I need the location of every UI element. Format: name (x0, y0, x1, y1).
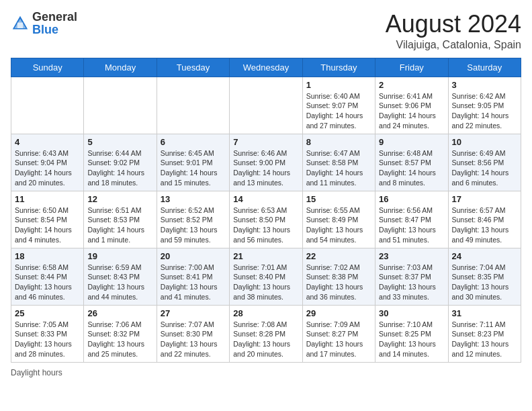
day-number: 11 (15, 194, 80, 204)
day-info: Sunrise: 7:07 AMSunset: 8:30 PMDaylight:… (161, 320, 226, 359)
day-number: 8 (306, 137, 371, 147)
day-info: Sunrise: 6:49 AMSunset: 8:56 PMDaylight:… (452, 148, 517, 188)
calendar-cell: 13Sunrise: 6:52 AMSunset: 8:52 PMDayligh… (157, 191, 229, 248)
logo-icon (11, 14, 30, 33)
day-number: 1 (306, 80, 371, 90)
logo-text: General Blue (32, 11, 77, 36)
day-number: 25 (15, 308, 80, 318)
day-number: 18 (15, 251, 80, 261)
day-info: Sunrise: 6:44 AMSunset: 9:02 PMDaylight:… (87, 148, 152, 188)
day-info: Sunrise: 6:57 AMSunset: 8:46 PMDaylight:… (452, 205, 517, 245)
calendar-cell: 4Sunrise: 6:43 AMSunset: 9:04 PMDaylight… (11, 134, 84, 191)
day-info: Sunrise: 6:58 AMSunset: 8:44 PMDaylight:… (15, 263, 80, 302)
calendar-cell: 15Sunrise: 6:55 AMSunset: 8:49 PMDayligh… (302, 191, 375, 248)
calendar-cell: 24Sunrise: 7:04 AMSunset: 8:35 PMDayligh… (448, 248, 521, 305)
day-info: Sunrise: 6:52 AMSunset: 8:52 PMDaylight:… (161, 205, 226, 245)
calendar-cell: 3Sunrise: 6:42 AMSunset: 9:05 PMDaylight… (448, 77, 521, 134)
location-subtitle: Vilajuiga, Catalonia, Spain (386, 39, 521, 51)
logo-general: General (32, 10, 77, 24)
day-info: Sunrise: 6:45 AMSunset: 9:01 PMDaylight:… (161, 148, 226, 188)
calendar-week-row: 11Sunrise: 6:50 AMSunset: 8:54 PMDayligh… (11, 191, 521, 248)
logo: General Blue (11, 11, 77, 36)
calendar-cell: 18Sunrise: 6:58 AMSunset: 8:44 PMDayligh… (11, 248, 84, 305)
calendar-cell: 20Sunrise: 7:00 AMSunset: 8:41 PMDayligh… (157, 248, 229, 305)
day-info: Sunrise: 7:10 AMSunset: 8:25 PMDaylight:… (379, 320, 444, 359)
day-number: 29 (306, 308, 371, 318)
day-info: Sunrise: 6:47 AMSunset: 8:58 PMDaylight:… (306, 148, 371, 188)
day-info: Sunrise: 7:05 AMSunset: 8:33 PMDaylight:… (15, 320, 80, 359)
calendar-cell: 9Sunrise: 6:48 AMSunset: 8:57 PMDaylight… (375, 134, 448, 191)
day-info: Sunrise: 6:41 AMSunset: 9:06 PMDaylight:… (379, 91, 444, 131)
day-number: 23 (379, 251, 444, 261)
day-number: 30 (379, 308, 444, 318)
calendar-cell: 23Sunrise: 7:03 AMSunset: 8:37 PMDayligh… (375, 248, 448, 305)
day-info: Sunrise: 6:46 AMSunset: 9:00 PMDaylight:… (233, 148, 298, 188)
day-info: Sunrise: 6:50 AMSunset: 8:54 PMDaylight:… (15, 205, 80, 245)
calendar-cell (84, 77, 157, 134)
day-number: 28 (233, 308, 298, 318)
calendar-cell: 16Sunrise: 6:56 AMSunset: 8:47 PMDayligh… (375, 191, 448, 248)
day-info: Sunrise: 7:03 AMSunset: 8:37 PMDaylight:… (379, 263, 444, 302)
calendar-cell (157, 77, 229, 134)
day-info: Sunrise: 7:04 AMSunset: 8:35 PMDaylight:… (452, 263, 517, 302)
day-info: Sunrise: 7:11 AMSunset: 8:23 PMDaylight:… (452, 320, 517, 359)
day-number: 26 (87, 308, 152, 318)
day-number: 22 (306, 251, 371, 261)
day-number: 21 (233, 251, 298, 261)
day-number: 19 (87, 251, 152, 261)
day-number: 5 (87, 137, 152, 147)
header-row: SundayMondayTuesdayWednesdayThursdayFrid… (11, 58, 521, 77)
calendar-cell: 10Sunrise: 6:49 AMSunset: 8:56 PMDayligh… (448, 134, 521, 191)
calendar-cell: 14Sunrise: 6:53 AMSunset: 8:50 PMDayligh… (230, 191, 302, 248)
calendar-cell: 19Sunrise: 6:59 AMSunset: 8:43 PMDayligh… (84, 248, 157, 305)
calendar-cell: 29Sunrise: 7:09 AMSunset: 8:27 PMDayligh… (302, 305, 375, 362)
day-number: 3 (452, 80, 517, 90)
calendar-cell (11, 77, 84, 134)
day-info: Sunrise: 6:55 AMSunset: 8:49 PMDaylight:… (306, 205, 371, 245)
header-day: Monday (84, 58, 157, 77)
calendar-week-row: 25Sunrise: 7:05 AMSunset: 8:33 PMDayligh… (11, 305, 521, 362)
calendar-week-row: 1Sunrise: 6:40 AMSunset: 9:07 PMDaylight… (11, 77, 521, 134)
day-info: Sunrise: 6:59 AMSunset: 8:43 PMDaylight:… (87, 263, 152, 302)
calendar-cell: 30Sunrise: 7:10 AMSunset: 8:25 PMDayligh… (375, 305, 448, 362)
day-number: 9 (379, 137, 444, 147)
calendar-cell: 17Sunrise: 6:57 AMSunset: 8:46 PMDayligh… (448, 191, 521, 248)
day-number: 13 (161, 194, 226, 204)
calendar-cell: 5Sunrise: 6:44 AMSunset: 9:02 PMDaylight… (84, 134, 157, 191)
calendar-cell: 12Sunrise: 6:51 AMSunset: 8:53 PMDayligh… (84, 191, 157, 248)
day-number: 6 (161, 137, 226, 147)
day-info: Sunrise: 7:06 AMSunset: 8:32 PMDaylight:… (87, 320, 152, 359)
calendar-cell: 31Sunrise: 7:11 AMSunset: 8:23 PMDayligh… (448, 305, 521, 362)
day-number: 7 (233, 137, 298, 147)
day-info: Sunrise: 6:40 AMSunset: 9:07 PMDaylight:… (306, 91, 371, 131)
day-number: 14 (233, 194, 298, 204)
day-info: Sunrise: 6:56 AMSunset: 8:47 PMDaylight:… (379, 205, 444, 245)
day-info: Sunrise: 7:00 AMSunset: 8:41 PMDaylight:… (161, 263, 226, 302)
calendar-week-row: 18Sunrise: 6:58 AMSunset: 8:44 PMDayligh… (11, 248, 521, 305)
calendar-cell: 6Sunrise: 6:45 AMSunset: 9:01 PMDaylight… (157, 134, 229, 191)
header-day: Wednesday (230, 58, 302, 77)
day-info: Sunrise: 7:08 AMSunset: 8:28 PMDaylight:… (233, 320, 298, 359)
day-number: 10 (452, 137, 517, 147)
header-day: Tuesday (157, 58, 229, 77)
day-info: Sunrise: 6:42 AMSunset: 9:05 PMDaylight:… (452, 91, 517, 131)
day-number: 20 (161, 251, 226, 261)
day-number: 2 (379, 80, 444, 90)
calendar-cell (230, 77, 302, 134)
calendar-cell: 22Sunrise: 7:02 AMSunset: 8:38 PMDayligh… (302, 248, 375, 305)
header-day: Sunday (11, 58, 84, 77)
calendar-cell: 1Sunrise: 6:40 AMSunset: 9:07 PMDaylight… (302, 77, 375, 134)
calendar-cell: 25Sunrise: 7:05 AMSunset: 8:33 PMDayligh… (11, 305, 84, 362)
calendar-cell: 7Sunrise: 6:46 AMSunset: 9:00 PMDaylight… (230, 134, 302, 191)
day-info: Sunrise: 7:02 AMSunset: 8:38 PMDaylight:… (306, 263, 371, 302)
calendar-cell: 21Sunrise: 7:01 AMSunset: 8:40 PMDayligh… (230, 248, 302, 305)
day-info: Sunrise: 7:09 AMSunset: 8:27 PMDaylight:… (306, 320, 371, 359)
day-number: 24 (452, 251, 517, 261)
day-number: 15 (306, 194, 371, 204)
day-number: 4 (15, 137, 80, 147)
calendar-cell: 2Sunrise: 6:41 AMSunset: 9:06 PMDaylight… (375, 77, 448, 134)
header-day: Thursday (302, 58, 375, 77)
footer-note: Daylight hours (11, 368, 521, 377)
calendar-cell: 11Sunrise: 6:50 AMSunset: 8:54 PMDayligh… (11, 191, 84, 248)
header-day: Friday (375, 58, 448, 77)
